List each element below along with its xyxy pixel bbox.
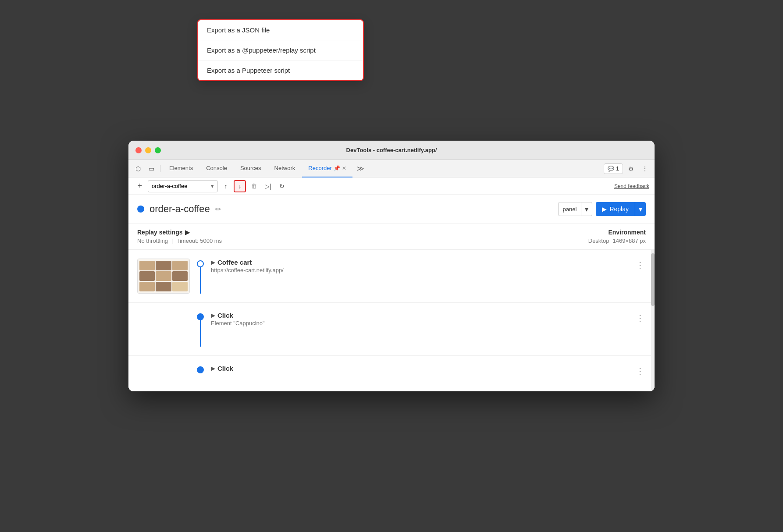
thumb-cell (156, 271, 171, 281)
tab-right-actions: 💬 1 ⚙ ⋮ (604, 163, 651, 175)
timeline-line (200, 320, 201, 347)
step-menu-icon[interactable]: ⋮ (634, 259, 646, 272)
step-expand-icon[interactable]: ▶ (211, 365, 215, 372)
loop-button[interactable]: ↻ (276, 180, 288, 192)
maximize-button[interactable] (155, 147, 161, 153)
timeout-value: Timeout: 5000 ms (176, 238, 222, 244)
settings-section: Replay settings ▶ No throttling | Timeou… (128, 223, 655, 250)
upload-icon: ↑ (224, 183, 228, 190)
timeline-circle-empty (197, 260, 204, 267)
close-button[interactable] (135, 147, 142, 153)
delete-icon: 🗑 (251, 183, 257, 189)
tab-network[interactable]: Network (268, 160, 302, 177)
recorder-close-icon[interactable]: ✕ (342, 165, 346, 171)
export-button[interactable]: ↓ (234, 180, 246, 192)
recording-item: ▶ Click Element "Cappucino" ⋮ (128, 303, 655, 356)
env-resolution: 1469×887 px (612, 238, 646, 244)
timeline-line (200, 267, 201, 294)
thumb-cell (172, 282, 188, 291)
thumb-cell (156, 282, 171, 291)
thumb-cell (172, 271, 188, 281)
minimize-button[interactable] (145, 147, 151, 153)
step-thumbnail (137, 259, 190, 294)
timeline-connector (197, 312, 204, 347)
step-title: ▶ Click (211, 312, 627, 319)
main-content: order-a-coffee ✏ panel ▾ ▶ Replay ▾ (128, 195, 655, 391)
step-menu-icon[interactable]: ⋮ (634, 312, 646, 325)
step-content: ▶ Click Element "Cappucino" (211, 312, 627, 326)
upload-button[interactable]: ↑ (220, 180, 232, 192)
step-subtitle: Element "Cappucino" (211, 320, 627, 326)
thumb-cell (139, 261, 155, 270)
env-type: Desktop (588, 238, 609, 244)
settings-icon[interactable]: ⚙ (625, 163, 637, 175)
export-icon: ↓ (238, 183, 242, 190)
environment-title: Environment (608, 229, 646, 236)
devtools-content: ⬡ ▭ Elements Console Sources Network Rec… (128, 160, 655, 391)
recording-name: order-a-coffee (152, 183, 187, 189)
device-icon[interactable]: ▭ (145, 163, 157, 175)
scrollbar-thumb[interactable] (651, 253, 655, 306)
recorder-pin-icon: 📌 (334, 165, 340, 171)
settings-expand-icon: ▶ (185, 229, 190, 236)
replay-button[interactable]: ▶ Replay ▾ (596, 202, 646, 216)
send-feedback-link[interactable]: Send feedback (614, 183, 649, 189)
settings-right: Environment Desktop 1469×887 px (588, 229, 646, 244)
tab-elements[interactable]: Elements (163, 160, 199, 177)
step-content: ▶ Click (211, 365, 627, 372)
timeline-circle-filled (197, 313, 204, 320)
tab-sources[interactable]: Sources (234, 160, 267, 177)
settings-left: Replay settings ▶ No throttling | Timeou… (137, 229, 222, 244)
tab-console[interactable]: Console (200, 160, 233, 177)
step-expand-icon[interactable]: ▶ (211, 259, 215, 266)
recording-steps-list: ▶ Coffee cart https://coffee-cart.netlif… (128, 250, 655, 391)
header-right-actions: panel ▾ ▶ Replay ▾ (558, 202, 646, 216)
replay-settings-title[interactable]: Replay settings ▶ (137, 229, 222, 236)
chat-icon: 💬 (608, 166, 614, 172)
tab-divider (160, 165, 160, 172)
thumb-cell (172, 261, 188, 270)
environment-values: Desktop 1469×887 px (588, 238, 646, 244)
thumb-cell (139, 271, 155, 281)
window-title: DevTools - coffee-cart.netlify.app/ (346, 147, 437, 153)
thumb-cell (156, 261, 171, 270)
add-recording-button[interactable]: + (134, 180, 146, 192)
step-expand-icon[interactable]: ▶ (211, 312, 215, 319)
toolbar: + order-a-coffee ▾ ↑ ↓ 🗑 ▷| ↻ Send feedb… (128, 177, 655, 195)
loop-icon: ↻ (279, 183, 285, 190)
more-tabs-button[interactable]: ≫ (353, 164, 368, 173)
panel-selector-text: panel (559, 206, 581, 213)
recording-item: ▶ Click ⋮ (128, 356, 655, 391)
timeline-connector (197, 365, 204, 373)
scrollbar-track[interactable] (651, 250, 655, 391)
step-over-button[interactable]: ▷| (262, 180, 274, 192)
recording-status-dot (137, 206, 144, 213)
step-title: ▶ Coffee cart (211, 259, 627, 266)
recording-header: order-a-coffee ✏ panel ▾ ▶ Replay ▾ (128, 195, 655, 223)
step-menu-icon[interactable]: ⋮ (634, 365, 646, 378)
replay-btn-dropdown[interactable]: ▾ (635, 202, 646, 216)
edit-title-icon[interactable]: ✏ (215, 205, 221, 213)
replay-label: Replay (609, 206, 629, 213)
more-options-icon[interactable]: ⋮ (639, 163, 651, 175)
settings-divider: | (171, 238, 173, 244)
panel-selector: panel ▾ (558, 202, 593, 216)
devtools-window: DevTools - coffee-cart.netlify.app/ ⬡ ▭ … (128, 141, 655, 391)
panel-selector-arrow[interactable]: ▾ (581, 202, 592, 216)
recording-title: order-a-coffee (149, 203, 210, 215)
titlebar: DevTools - coffee-cart.netlify.app/ (128, 141, 655, 160)
step-over-icon: ▷| (265, 183, 271, 190)
tab-recorder[interactable]: Recorder 📌 ✕ (302, 160, 352, 177)
thumb-cell (139, 282, 155, 291)
traffic-lights (135, 147, 161, 153)
replay-btn-main[interactable]: ▶ Replay (596, 202, 635, 216)
step-title: ▶ Click (211, 365, 627, 372)
play-icon: ▶ (602, 206, 607, 213)
throttling-value: No throttling (137, 238, 168, 244)
notification-button[interactable]: 💬 1 (604, 163, 623, 174)
timeline-connector (197, 259, 204, 294)
recording-selector[interactable]: order-a-coffee ▾ (148, 180, 218, 192)
delete-button[interactable]: 🗑 (248, 180, 260, 192)
cursor-icon[interactable]: ⬡ (132, 163, 144, 175)
thumbnail-grid (138, 259, 189, 293)
